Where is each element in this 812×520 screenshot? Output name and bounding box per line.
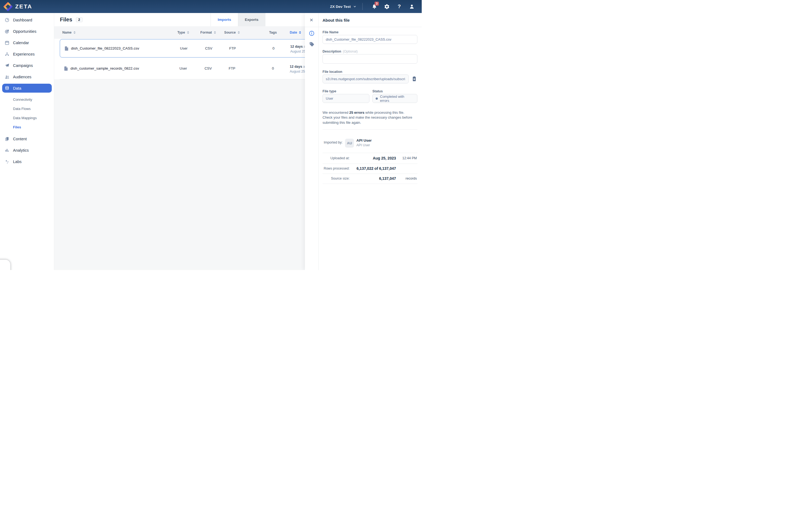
status-label: Status: [372, 89, 383, 93]
detail-extra: records: [396, 177, 417, 180]
file-name: dish_Customer_file_08222023_CASS.csv: [71, 40, 139, 57]
file-type-input[interactable]: [322, 94, 369, 103]
file-location-label: File location: [322, 70, 342, 74]
panel-tab-info[interactable]: [309, 30, 315, 36]
detail-extra: 12:44 PM: [396, 156, 417, 160]
files-count-badge: 2: [76, 17, 83, 22]
database-icon: [5, 86, 9, 91]
zeta-diamond-icon: [3, 2, 13, 11]
dashboard-icon: [5, 18, 9, 23]
file-name-label: File Name: [322, 30, 339, 34]
file-location-input[interactable]: [322, 75, 409, 83]
panel-rail-divider: [318, 13, 319, 270]
date-relative: 12 days: [290, 64, 302, 68]
top-navigation-bar: ZETA ZX Dev Test 3: [0, 0, 422, 13]
imported-by-label: Imported by:: [324, 140, 343, 145]
status-dot-icon: [376, 98, 378, 100]
column-label: Name: [62, 31, 72, 34]
sidebar-item-label: Opportunities: [13, 29, 36, 33]
tag-icon: [309, 42, 315, 47]
cell-tags: 0: [263, 40, 284, 57]
column-header-tags[interactable]: Tags: [262, 26, 284, 39]
about-file-panel: ✕ About this file File Name: [305, 13, 422, 270]
imports-exports-tabs: Imports Exports: [211, 13, 265, 26]
sidebar-item-label: Data: [13, 86, 21, 90]
cell-source: FTP: [221, 58, 243, 79]
avatar: AU: [345, 139, 354, 148]
zeta-logo[interactable]: ZETA: [0, 2, 32, 11]
paper-plane-icon: [5, 63, 9, 68]
column-header-date[interactable]: Date: [290, 26, 301, 39]
sidebar-subitem-label: Files: [13, 125, 21, 129]
clipboard-plus-icon: [412, 76, 417, 82]
close-panel-button[interactable]: ✕: [308, 17, 315, 23]
tab-imports[interactable]: Imports: [211, 13, 238, 26]
sidebar-item-data[interactable]: Data: [2, 84, 52, 93]
status-value: Completed with errors: [380, 95, 414, 103]
sidebar-item-content[interactable]: Content: [0, 133, 54, 145]
table-row[interactable]: dish_customer_sample_records_0822.csv Us…: [59, 58, 310, 79]
cell-format: CSV: [197, 58, 219, 79]
sidebar-item-experiences[interactable]: Experiences: [0, 49, 54, 60]
help-button[interactable]: ?: [393, 0, 405, 13]
page-title-group: Files 2: [60, 13, 83, 26]
column-header-type[interactable]: Type: [172, 26, 194, 39]
sidebar-item-labs[interactable]: Labs: [0, 156, 54, 167]
sidebar-item-audiences[interactable]: Audiences: [0, 71, 54, 83]
column-label: Date: [290, 31, 297, 34]
account-switcher[interactable]: ZX Dev Test: [330, 5, 356, 9]
file-type-label: File type: [322, 89, 336, 93]
sidebar-item-label: Analytics: [13, 148, 29, 153]
cell-type: User: [173, 40, 195, 57]
user-menu-button[interactable]: [405, 0, 418, 13]
sidebar-item-label: Labs: [13, 159, 21, 164]
sidebar-item-label: Campaigns: [13, 63, 33, 68]
status-field: Completed with errors: [372, 94, 417, 103]
page-title: Files: [60, 17, 72, 23]
error-count: 25 errors: [349, 110, 365, 114]
app-window: ZETA ZX Dev Test 3: [0, 0, 422, 270]
detail-label: Source size:: [322, 177, 350, 180]
panel-divider: [322, 184, 417, 184]
sidebar-item-campaigns[interactable]: Campaigns: [0, 60, 54, 71]
sidebar-subitem-label: Data Mappings: [13, 116, 36, 120]
error-suffix: while processing this file.: [364, 110, 404, 114]
tab-label: Exports: [245, 18, 258, 22]
sidebar-subitem-label: Connectivity: [13, 98, 32, 102]
cell-tags: 0: [262, 58, 284, 79]
column-header-name[interactable]: Name: [62, 26, 76, 39]
sidebar-item-calendar[interactable]: Calendar: [0, 37, 54, 49]
user-icon: [409, 4, 415, 9]
sidebar-item-files[interactable]: Files: [0, 123, 54, 132]
detail-label: Rows processed:: [322, 166, 350, 171]
column-label: Tags: [269, 31, 277, 34]
column-header-format[interactable]: Format: [197, 26, 219, 39]
description-label: Description(Optional): [322, 50, 358, 53]
sort-icon: [238, 31, 240, 34]
sidebar-item-data-mappings[interactable]: Data Mappings: [0, 113, 54, 123]
file-name-input[interactable]: [322, 35, 417, 44]
detail-value: Aug 25, 2023: [350, 156, 396, 160]
copy-file-location-button[interactable]: [412, 76, 417, 82]
panel-divider: [322, 129, 417, 130]
sidebar-item-opportunities[interactable]: Opportunities: [0, 26, 54, 37]
column-header-source[interactable]: Source: [221, 26, 243, 39]
settings-button[interactable]: [380, 0, 393, 13]
description-input[interactable]: [322, 54, 417, 63]
sidebar-item-label: Content: [13, 137, 27, 141]
sidebar-item-label: Experiences: [13, 52, 35, 56]
description-label-text: Description: [322, 50, 341, 53]
notifications-button[interactable]: 3: [368, 0, 380, 13]
sidebar-item-connectivity[interactable]: Connectivity: [0, 95, 54, 104]
tab-exports[interactable]: Exports: [238, 13, 265, 26]
table-row[interactable]: dish_Customer_file_08222023_CASS.csv Use…: [59, 39, 310, 58]
sidebar: Dashboard Opportunities Calendar: [0, 13, 54, 270]
error-line2: Check your files and make the necessary …: [322, 115, 416, 125]
info-icon: [309, 30, 315, 36]
sidebar-item-data-flows[interactable]: Data Flows: [0, 104, 54, 113]
panel-tab-tags[interactable]: [309, 41, 315, 47]
sidebar-data-subitems: Connectivity Data Flows Data Mappings Fi…: [0, 94, 54, 133]
cell-source: FTP: [222, 40, 243, 57]
sidebar-item-dashboard[interactable]: Dashboard: [0, 15, 54, 26]
sidebar-item-analytics[interactable]: Analytics: [0, 145, 54, 156]
